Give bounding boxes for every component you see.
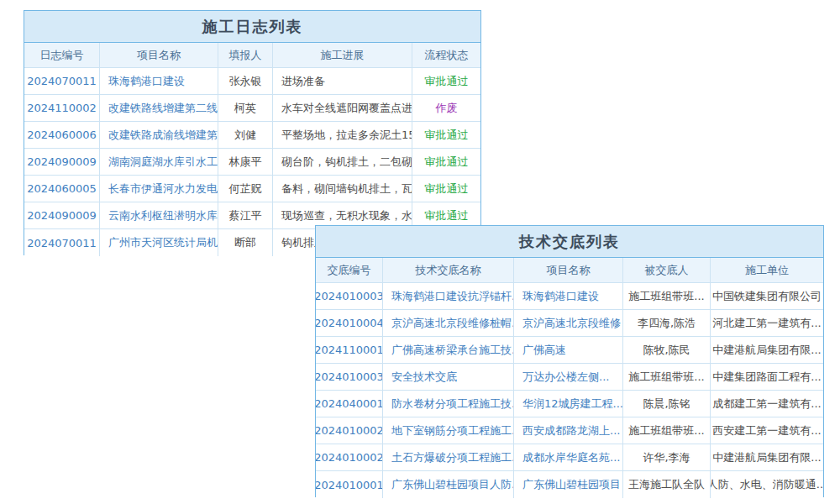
disclosure-name-cell[interactable]: 安全技术交底 [383,364,514,390]
project-name-cell[interactable]: 云南水利枢纽潜明水库一... [100,202,218,228]
column-header: 日志编号 [24,43,100,67]
log-id-cell[interactable]: 2024060005 [24,176,100,202]
table-row: 2024010003珠海鹤港口建设抗浮锚杆...珠海鹤港口建设施工班组带班...… [316,283,823,310]
progress-cell: 平整场地，拉走多余泥土15... [273,122,412,148]
table-row: 2024010002土石方爆破分项工程施工...成都水岸华庭名苑...许华,李海… [316,444,823,471]
disclosee-cell: 施工班组带班... [623,364,711,390]
project-name-cell[interactable]: 改建铁路成渝线增建第二... [100,122,218,148]
construction-unit-cell: 西安建工第一建筑有... [711,417,823,444]
status-cell: 审批通过 [412,68,480,94]
log-id-cell[interactable]: 2024070011 [24,68,100,94]
column-header: 交底编号 [316,258,383,282]
log-id-cell[interactable]: 2024110002 [24,95,100,121]
construction-unit-cell: 中建集团路面工程有... [711,364,823,390]
project-name-cell[interactable]: 珠海鹤港口建设 [514,283,623,309]
table-row: 2024040001防水卷材分项工程施工技...华润12城房建工程...陈晨,陈… [316,391,823,417]
column-header: 技术交底名称 [383,258,514,282]
table-row: 2024060006改建铁路成渝线增建第二...刘健平整场地，拉走多余泥土15.… [24,122,480,149]
disclosure-name-cell[interactable]: 地下室钢筋分项工程施工... [383,417,514,444]
disclosee-cell: 许华,李海 [623,444,711,470]
project-name-cell[interactable]: 湖南洞庭湖水库引水工程... [100,149,218,175]
construction-unit-cell: 人防、水电、消防暖通... [711,471,823,498]
reporter-cell: 林康平 [218,149,273,175]
progress-cell: 进场准备 [273,68,412,94]
disclosure-name-cell[interactable]: 珠海鹤港口建设抗浮锚杆... [383,283,514,309]
disclosure-name-cell[interactable]: 京沪高速北京段维修桩帽... [383,310,514,336]
reporter-cell: 蔡江平 [218,202,273,228]
disclosure-id-cell[interactable]: 2024110001 [316,337,383,363]
construction-unit-cell: 中建港航局集团有限... [711,444,823,470]
table-row: 2024060005长春市伊通河水力发电厂...何芷贶备料，砌间墙钩机排土，瓦.… [24,176,480,202]
reporter-cell: 何芷贶 [218,176,273,202]
project-name-cell[interactable]: 成都水岸华庭名苑... [514,444,623,470]
disclosure-id-cell[interactable]: 2024040001 [316,391,383,417]
disclosure-header: 交底编号技术交底名称项目名称被交底人施工单位 [316,258,823,283]
column-header: 填报人 [218,43,273,67]
table-row: 2024010002地下室钢筋分项工程施工...西安成都路龙湖上...施工班组带… [316,417,823,444]
status-cell: 审批通过 [412,149,480,175]
reporter-cell: 柯英 [218,95,273,121]
project-name-cell[interactable]: 华润12城房建工程... [514,391,623,417]
reporter-cell: 断部 [218,229,273,256]
construction-unit-cell: 中国铁建集团有限公司 [711,283,823,309]
status-cell: 审批通过 [412,176,480,202]
construction-unit-cell: 成都建工第一建筑有... [711,391,823,417]
project-name-cell[interactable]: 万达办公楼左侧... [514,364,623,390]
construction-log-panel: 施工日志列表 日志编号项目名称填报人施工进展流程状态 2024070011珠海鹤… [24,10,481,255]
disclosure-title: 技术交底列表 [316,226,823,258]
table-row: 2024110002改建铁路线增建第二线直...柯英水车对全线遮阳网覆盖点进..… [24,95,480,122]
disclosee-cell: 陈牧,陈民 [623,337,711,363]
table-row: 2024070011珠海鹤港口建设张永银进场准备审批通过 [24,68,480,95]
log-id-cell[interactable]: 2024060006 [24,122,100,148]
disclosure-id-cell[interactable]: 2024010001 [316,471,383,498]
column-header: 项目名称 [100,43,218,67]
table-row: 2024110001广佛高速桥梁承台施工技...广佛高速陈牧,陈民中建港航局集团… [316,337,823,364]
reporter-cell: 刘健 [218,122,273,148]
disclosure-panel: 技术交底列表 交底编号技术交底名称项目名称被交底人施工单位 2024010003… [315,225,824,497]
column-header: 流程状态 [412,43,480,67]
column-header: 施工单位 [711,258,823,282]
page-root: { "panels": { "log": { "title": "施工日志列表"… [0,0,840,504]
status-cell: 审批通过 [412,122,480,148]
disclosee-cell: 陈晨,陈铭 [623,391,711,417]
column-header: 被交底人 [623,258,711,282]
table-row: 2024010003安全技术交底万达办公楼左侧...施工班组带班...中建集团路… [316,364,823,391]
disclosure-name-cell[interactable]: 广东佛山碧桂园项目人防... [383,471,514,498]
table-row: 2024010004京沪高速北京段维修桩帽...京沪高速北京段维修李四海,陈浩河… [316,310,823,337]
project-name-cell[interactable]: 广佛高速 [514,337,623,363]
project-name-cell[interactable]: 广东佛山碧桂园项目 [514,471,623,498]
table-row: 2024010001广东佛山碧桂园项目人防...广东佛山碧桂园项目王海施工队全队… [316,471,823,498]
log-id-cell[interactable]: 2024090009 [24,149,100,175]
progress-cell: 水车对全线遮阳网覆盖点进... [273,95,412,121]
project-name-cell[interactable]: 广州市天河区统计局机房... [100,229,218,256]
project-name-cell[interactable]: 长春市伊通河水力发电厂... [100,176,218,202]
construction-log-title: 施工日志列表 [24,11,480,43]
progress-cell: 备料，砌间墙钩机排土，瓦... [273,176,412,202]
disclosee-cell: 施工班组带班... [623,417,711,444]
disclosee-cell: 李四海,陈浩 [623,310,711,336]
reporter-cell: 张永银 [218,68,273,94]
disclosure-id-cell[interactable]: 2024010004 [316,310,383,336]
project-name-cell[interactable]: 京沪高速北京段维修 [514,310,623,336]
column-header: 项目名称 [514,258,623,282]
disclosure-id-cell[interactable]: 2024010003 [316,364,383,390]
disclosure-name-cell[interactable]: 土石方爆破分项工程施工... [383,444,514,470]
disclosure-id-cell[interactable]: 2024010002 [316,444,383,470]
log-id-cell[interactable]: 2024090009 [24,202,100,228]
disclosure-name-cell[interactable]: 防水卷材分项工程施工技... [383,391,514,417]
construction-unit-cell: 中建港航局集团有限... [711,337,823,363]
log-id-cell[interactable]: 2024070011 [24,229,100,256]
table-row: 2024090009湖南洞庭湖水库引水工程...林康平砌台阶，钩机排土，二包砌.… [24,149,480,176]
construction-unit-cell: 河北建工第一建筑有... [711,310,823,336]
project-name-cell[interactable]: 西安成都路龙湖上... [514,417,623,444]
disclosure-name-cell[interactable]: 广佛高速桥梁承台施工技... [383,337,514,363]
disclosure-body: 2024010003珠海鹤港口建设抗浮锚杆...珠海鹤港口建设施工班组带班...… [316,283,823,498]
column-header: 施工进展 [273,43,412,67]
project-name-cell[interactable]: 珠海鹤港口建设 [100,68,218,94]
disclosure-id-cell[interactable]: 2024010002 [316,417,383,444]
disclosee-cell: 王海施工队全队 [623,471,711,498]
disclosure-id-cell[interactable]: 2024010003 [316,283,383,309]
construction-log-header: 日志编号项目名称填报人施工进展流程状态 [24,43,480,68]
disclosee-cell: 施工班组带班... [623,283,711,309]
project-name-cell[interactable]: 改建铁路线增建第二线直... [100,95,218,121]
